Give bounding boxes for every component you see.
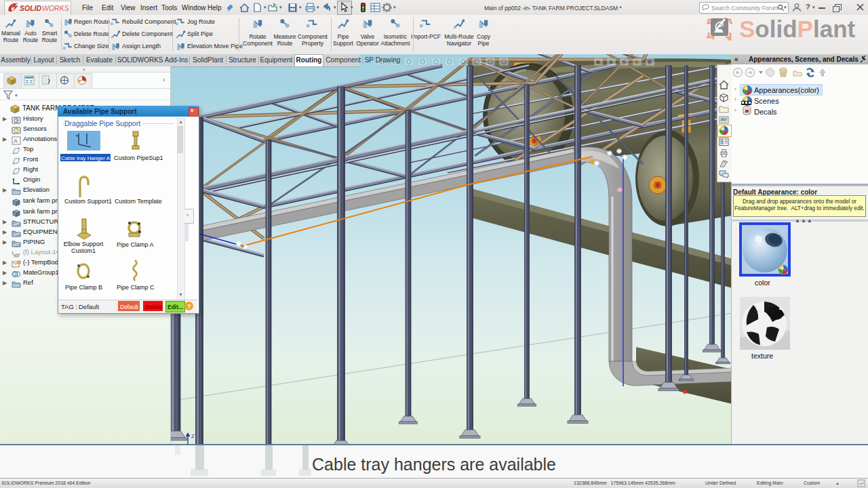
svg-text:WORKS: WORKS [42, 4, 69, 12]
svg-text:A: A [14, 138, 18, 144]
svg-text:SOLID: SOLID [20, 4, 42, 12]
svg-text:Z: Z [191, 433, 195, 439]
